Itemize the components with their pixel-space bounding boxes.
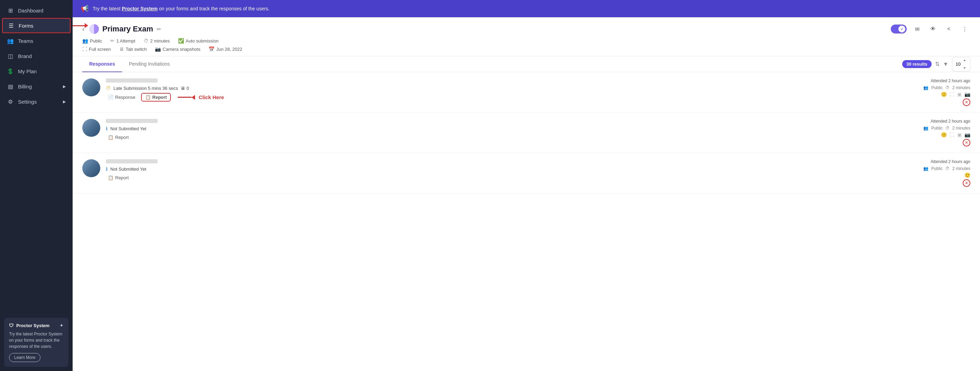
sidebar: ⊞ Dashboard ☰ Forms 👥 Teams ◫ Brand 💲 My… — [0, 0, 73, 371]
form-title: Primary Exam — [102, 25, 153, 33]
response-body: ⏱ Late Submission 5 mins 36 secs 🖥 0 📄 R… — [106, 78, 896, 101]
report-doc-icon: 📋 — [145, 95, 151, 100]
proctor-box-title: 🛡 Proctor System — [9, 323, 49, 328]
edit-title-icon[interactable]: ✏ — [157, 26, 161, 32]
avatar-image — [82, 159, 100, 177]
sidebar-item-myplan[interactable]: 💲 My Plan — [0, 63, 73, 79]
tabs-bar: Responses Pending Invitations 30 results… — [73, 56, 980, 72]
window-icon: ▣ — [957, 92, 962, 97]
header-actions: ✉ 👁 < ⋮ — [891, 24, 970, 35]
eye-icon[interactable]: 👁 — [928, 24, 939, 35]
sidebar-item-label: Billing — [18, 84, 32, 89]
window-icon: ▣ — [957, 132, 962, 138]
dashboard-icon: ⊞ — [7, 7, 14, 14]
more-options-icon[interactable]: ⋮ — [959, 24, 970, 35]
response-name-blur — [106, 159, 158, 163]
avatar-image — [82, 119, 100, 137]
attended-text: Attended 2 hours ago — [931, 159, 970, 164]
sidebar-item-dashboard[interactable]: ⊞ Dashboard — [0, 3, 73, 18]
visibility-meta: 👥 Public ⏱ 2 minutes — [923, 166, 970, 171]
sort-icon[interactable]: ⇅ — [935, 61, 940, 67]
response-actions: 📄 Response 📋 Report — [106, 93, 896, 101]
sidebar-item-settings[interactable]: ⚙ Settings ▶ — [0, 94, 73, 109]
billing-arrow-icon: ▶ — [63, 84, 66, 89]
meta-date: 📅 Jun 28, 2022 — [208, 46, 242, 52]
tab-responses[interactable]: Responses — [82, 56, 122, 72]
per-page-selector[interactable]: 10 ⌃⌄ — [952, 57, 970, 71]
public-icon: 👥 — [82, 38, 88, 44]
banner-icon: 📢 — [81, 5, 89, 13]
sidebar-item-label: Forms — [19, 23, 33, 29]
main-content: 📢 Try the latest Proctor System on your … — [73, 0, 980, 371]
delete-button[interactable]: ✕ — [963, 179, 970, 187]
click-here-label: Click Here — [199, 94, 224, 100]
tabswitch-icon: 🖥 — [119, 46, 124, 52]
response-button[interactable]: 📄 Response — [106, 93, 138, 101]
response-body: ℹ Not Submitted Yet 📋 Report — [106, 119, 896, 141]
response-list: ⏱ Late Submission 5 mins 36 secs 🖥 0 📄 R… — [73, 72, 980, 193]
meta-tabswitch: 🖥 Tab switch — [119, 46, 147, 52]
share-icon[interactable]: < — [943, 24, 955, 35]
delete-button[interactable]: ✕ — [963, 139, 970, 146]
meta-autosubmit: ✅ Auto submission — [178, 38, 218, 44]
report-button[interactable]: 📋 Report — [106, 174, 131, 182]
tab-count: 🖥 0 — [180, 86, 189, 91]
sidebar-item-forms[interactable]: ☰ Forms — [2, 18, 70, 33]
settings-icon: ⚙ — [7, 98, 14, 105]
response-status: ⏱ Late Submission 5 mins 36 secs 🖥 0 — [106, 85, 896, 91]
sidebar-item-label: Settings — [18, 99, 37, 105]
form-header: ‹ Primary Exam ✏ ✉ 👁 < ⋮ 👥 Public — [73, 17, 980, 56]
camera-small-icon: 📷 — [964, 132, 970, 138]
banner: 📢 Try the latest Proctor System on your … — [73, 0, 980, 17]
avatar — [82, 159, 100, 177]
forms-icon: ☰ — [8, 22, 14, 29]
attended-text: Attended 2 hours ago — [931, 119, 970, 124]
avatar — [82, 119, 100, 137]
filter-icon[interactable]: ▼ — [943, 61, 948, 67]
arrow-tip-left — [192, 95, 195, 100]
attended-text: Attended 2 hours ago — [931, 78, 970, 83]
form-color-indicator — [89, 24, 99, 34]
sparkle-icon: ✦ — [59, 323, 64, 328]
response-body: ℹ Not Submitted Yet 📋 Report — [106, 159, 896, 182]
response-name-blur — [106, 119, 158, 123]
fullscreen-small-icon: ⛶ — [950, 92, 955, 97]
red-arrow-pointing — [178, 95, 195, 100]
avatar-image — [82, 78, 100, 97]
timer-icon-small: ⏱ — [945, 126, 950, 131]
learn-more-button[interactable]: Learn More — [9, 353, 40, 362]
sidebar-item-brand[interactable]: ◫ Brand — [0, 48, 73, 63]
sidebar-item-label: My Plan — [18, 68, 37, 74]
tab-pending-invitations[interactable]: Pending Invitations — [122, 56, 177, 72]
info-icon: ℹ — [106, 166, 108, 172]
delete-button[interactable]: ✕ — [963, 98, 970, 106]
meta-attempt: ✏ 1 Attempt — [110, 38, 135, 44]
arrow-body — [178, 97, 192, 98]
late-submission-icon: ⏱ — [106, 85, 111, 91]
arrow-shaft — [73, 25, 85, 26]
sidebar-item-billing[interactable]: ▤ Billing ▶ — [0, 79, 73, 94]
sidebar-item-teams[interactable]: 👥 Teams — [0, 33, 73, 48]
response-status-text: Late Submission 5 mins 36 secs — [113, 86, 178, 91]
avatar — [82, 78, 100, 97]
public-icon-small: 👥 — [923, 166, 929, 171]
timer-icon: ⏱ — [143, 38, 148, 44]
report-doc-icon: 📋 — [108, 175, 113, 180]
report-button[interactable]: 📋 Report — [106, 133, 131, 141]
response-actions: 📋 Report — [106, 174, 896, 182]
camera-small-icon: 📷 — [964, 92, 970, 97]
per-page-chevron-icon: ⌃⌄ — [963, 59, 967, 70]
response-status: ℹ Not Submitted Yet — [106, 126, 896, 131]
calendar-icon: 📅 — [208, 46, 215, 52]
public-icon-small: 👥 — [923, 85, 929, 90]
proctor-system-link[interactable]: Proctor System — [122, 6, 158, 11]
proctor-box-header: 🛡 Proctor System ✦ — [9, 323, 64, 328]
response-icons-row: 🙂 — [964, 172, 970, 178]
form-toggle[interactable] — [891, 25, 907, 33]
report-button-highlighted[interactable]: 📋 Report — [141, 93, 171, 101]
proctor-system-box: 🛡 Proctor System ✦ Try the latest Procto… — [4, 318, 68, 367]
form-meta-row-1: 👥 Public ✏ 1 Attempt ⏱ 2 minutes ✅ Auto … — [82, 38, 970, 44]
email-icon[interactable]: ✉ — [912, 24, 923, 35]
sidebar-item-label: Teams — [18, 38, 33, 44]
response-status: ℹ Not Submitted Yet — [106, 166, 896, 172]
